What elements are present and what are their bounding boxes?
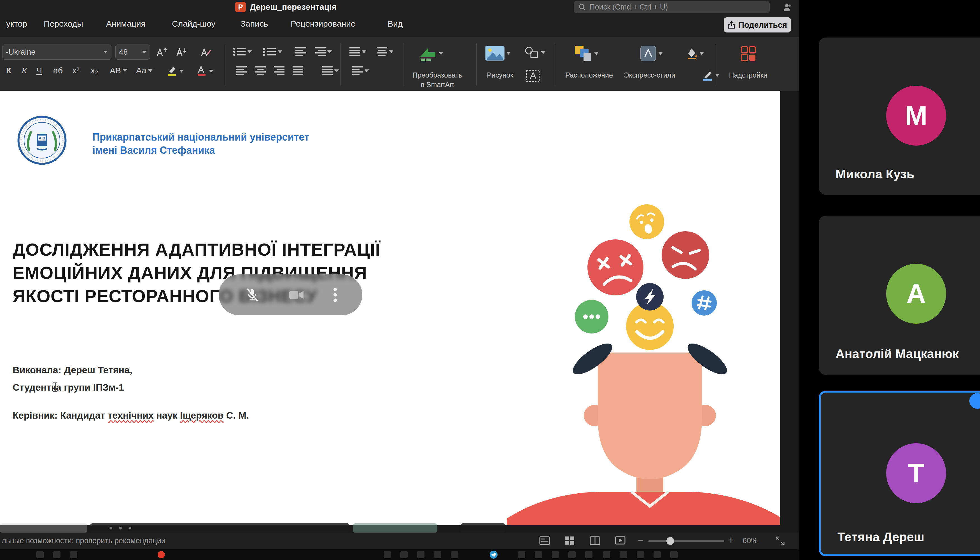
indent-decrease-button[interactable] <box>295 47 306 56</box>
paragraph-spacing-button[interactable] <box>322 67 339 75</box>
bold-button[interactable]: К <box>6 66 11 75</box>
clear-formatting-button[interactable] <box>199 46 212 58</box>
screenshare-status-pill[interactable] <box>353 523 437 533</box>
chevron-down-icon <box>103 51 108 53</box>
zoom-out-button[interactable]: − <box>638 534 644 546</box>
tab-record[interactable]: Запись <box>240 19 268 28</box>
highlighter-icon <box>166 65 178 77</box>
floating-call-controls[interactable] <box>219 274 362 315</box>
align-right-button[interactable] <box>274 67 285 75</box>
addins-label: Надстройки <box>726 71 770 79</box>
video-icon[interactable] <box>288 288 305 302</box>
participant-tile-mykola[interactable]: М Микола Кузь <box>819 38 980 195</box>
screenshare-toolbar[interactable] <box>90 523 350 533</box>
accessibility-status[interactable]: льные возможности: проверить рекомендаци… <box>2 537 165 545</box>
quick-styles-button[interactable] <box>640 45 663 62</box>
avatar: Т <box>886 443 946 503</box>
powerpoint-icon-letter: P <box>238 3 243 12</box>
superscript-button[interactable]: х² <box>72 66 79 75</box>
tab-animation[interactable]: Анимация <box>106 19 146 28</box>
dock-app-icons-left[interactable] <box>383 551 468 560</box>
mic-off-icon[interactable] <box>244 287 260 303</box>
align-justify-button[interactable] <box>293 67 303 75</box>
more-options-icon[interactable] <box>333 287 337 303</box>
font-name-select[interactable]: -Ukraine <box>2 45 112 60</box>
shrink-font-button[interactable] <box>175 46 188 58</box>
columns-button[interactable] <box>377 47 393 56</box>
search-input[interactable]: Поиск (Cmd + Ctrl + U) <box>574 1 770 13</box>
fit-to-window-icon[interactable] <box>775 536 785 546</box>
normal-view-icon[interactable] <box>539 535 550 546</box>
university-logo: Α Ω <box>17 116 67 165</box>
statusbar: льные возможности: проверить рекомендаци… <box>0 533 799 549</box>
subscript-button[interactable]: х₂ <box>91 66 98 75</box>
font-color-icon <box>196 65 207 77</box>
avatar-initial: А <box>907 278 926 309</box>
clear-formatting-icon <box>199 46 212 58</box>
participant-name: Тетяна Дереш <box>837 530 924 544</box>
participant-name: Микола Кузь <box>835 167 915 182</box>
supervisor-line[interactable]: Керівник: Кандидат технічних наук Іщеряк… <box>13 410 249 421</box>
share-user-icon[interactable] <box>783 3 792 12</box>
align-center-button[interactable] <box>255 67 266 75</box>
university-name[interactable]: Прикарпатський національний університет … <box>92 130 309 157</box>
university-name-line1: Прикарпатський національний університет <box>92 130 309 143</box>
toolbar-dots-icon <box>107 523 140 533</box>
supervisor-text: наук <box>154 410 180 420</box>
shape-outline-button[interactable] <box>702 70 720 81</box>
tab-slideshow[interactable]: Слайд-шоу <box>172 19 216 28</box>
change-case-glyph: Аа <box>136 66 147 75</box>
share-arrow-icon <box>728 21 735 29</box>
shape-fill-button[interactable] <box>687 47 704 60</box>
font-color-button[interactable] <box>196 65 213 77</box>
strikethrough-button[interactable]: аб <box>53 66 63 75</box>
indent-increase-button[interactable] <box>315 47 332 56</box>
recording-indicator-icon[interactable] <box>158 551 165 558</box>
ribbon-toolbar: -Ukraine 48 К К Ч аб х² х₂ АВ Аа <box>0 37 799 91</box>
zoom-in-button[interactable]: + <box>728 534 734 546</box>
slide-sorter-view-icon[interactable] <box>564 535 575 546</box>
zoom-slider-track[interactable] <box>648 540 724 542</box>
underline-button[interactable]: Ч <box>37 66 42 75</box>
addins-button[interactable] <box>740 46 757 62</box>
share-button[interactable]: Поделиться <box>724 17 791 32</box>
highlight-color-button[interactable] <box>166 65 184 77</box>
tab-constructor[interactable]: уктор <box>6 19 27 28</box>
slide-canvas[interactable]: Α Ω Прикарпатський національний універси… <box>0 91 780 525</box>
grow-font-icon <box>156 46 168 58</box>
share-button-label: Поделиться <box>738 20 787 30</box>
tab-transitions[interactable]: Переходы <box>44 19 83 28</box>
reading-view-icon[interactable] <box>589 535 601 546</box>
slide-workspace: Α Ω Прикарпатський національний універси… <box>0 91 799 533</box>
zoom-slider-knob[interactable] <box>667 537 674 545</box>
picture-label: Рисунок <box>478 71 522 79</box>
participant-tile-tetiana-active[interactable]: Т Тетяна Дереш <box>819 391 980 557</box>
zoom-level[interactable]: 60% <box>743 537 758 545</box>
change-case-button[interactable]: Аа <box>136 66 153 75</box>
telegram-icon[interactable] <box>490 550 498 559</box>
author-block[interactable]: Виконала: Дереш Тетяна, Студентка групи … <box>13 361 132 396</box>
grow-font-button[interactable] <box>156 46 168 58</box>
slide-title-line1: ДОСЛІДЖЕННЯ АДАПТИВНОЇ ІНТЕГРАЦІЇ <box>13 238 380 261</box>
participant-tile-anatolii[interactable]: А Анатолій Мацканюк <box>819 216 980 375</box>
shapes-button[interactable] <box>524 46 545 60</box>
screenshare-more-pill[interactable] <box>461 523 505 533</box>
slideshow-view-icon[interactable] <box>615 535 626 546</box>
tab-review[interactable]: Рецензирование <box>291 19 356 28</box>
font-size-select[interactable]: 48 <box>115 45 150 60</box>
text-box-button[interactable] <box>526 70 540 82</box>
italic-button[interactable]: К <box>22 66 27 75</box>
character-spacing-button[interactable]: АВ <box>110 66 127 75</box>
dock-window-thumbnails[interactable] <box>37 551 87 560</box>
align-left-button[interactable] <box>236 67 247 75</box>
arrange-button[interactable] <box>574 45 598 62</box>
bullets-button[interactable] <box>233 47 252 56</box>
quick-styles-label: Экспресс-стили <box>619 71 680 79</box>
text-direction-button[interactable] <box>352 67 369 75</box>
numbering-button[interactable] <box>263 47 282 56</box>
smartart-button[interactable] <box>418 45 443 62</box>
tab-view[interactable]: Вид <box>388 19 403 28</box>
insert-picture-button[interactable] <box>485 46 511 61</box>
line-spacing-button[interactable] <box>350 47 366 56</box>
dock-app-icons-right[interactable] <box>518 551 687 560</box>
